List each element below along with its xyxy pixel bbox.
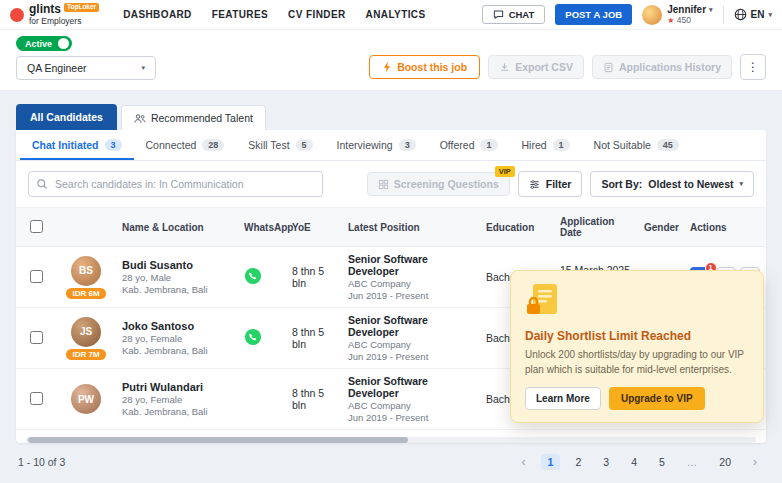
stage-tab-interviewing[interactable]: Interviewing3 bbox=[325, 130, 428, 160]
navbar-right: CHAT POST A JOB Jennifer ▾ ★ 450 bbox=[482, 4, 772, 25]
whatsapp-icon[interactable] bbox=[244, 267, 262, 285]
lightning-icon bbox=[382, 61, 392, 73]
latest-position-company: ABC Company bbox=[348, 278, 474, 289]
top-navbar: glints TopLoker for Employers DASHBOARD … bbox=[0, 0, 782, 30]
pagination-page-5[interactable]: 5 bbox=[652, 454, 672, 470]
user-points: 450 bbox=[677, 15, 691, 25]
job-more-actions-button[interactable]: ⋮ bbox=[740, 54, 766, 80]
popup-buttons: Learn More Upgrade to VIP bbox=[525, 387, 749, 410]
nav-analytics[interactable]: ANALYTICS bbox=[366, 9, 426, 20]
filter-button[interactable]: Filter bbox=[518, 171, 583, 197]
stage-tab-connected[interactable]: Connected28 bbox=[134, 130, 237, 160]
sort-dropdown[interactable]: Sort By: Oldest to Newest ▾ bbox=[590, 171, 754, 197]
chat-button-label: CHAT bbox=[509, 9, 535, 20]
stage-tab-hired[interactable]: Hired1 bbox=[510, 130, 582, 160]
brand-subtitle: for Employers bbox=[29, 16, 99, 26]
pagination-page-20[interactable]: 20 bbox=[712, 454, 738, 470]
row-checkbox[interactable] bbox=[30, 392, 43, 405]
chat-bubble-icon bbox=[493, 9, 504, 20]
latest-position-period: Jun 2019 - Present bbox=[348, 412, 474, 423]
export-csv-label: Export CSV bbox=[515, 61, 573, 73]
table-toolbar: Screening Questions VIP Filter Sort By: … bbox=[16, 161, 766, 207]
candidate-yoe: 8 thn 5 bln bbox=[286, 308, 342, 369]
export-csv-button: Export CSV bbox=[488, 55, 584, 79]
latest-position-company: ABC Company bbox=[348, 339, 474, 350]
popup-title: Daily Shortlist Limit Reached bbox=[525, 329, 749, 343]
header-application-date: Application Date bbox=[554, 208, 638, 247]
header-actions: Actions bbox=[684, 208, 766, 247]
header-whatsapp: WhatsApp bbox=[238, 208, 286, 247]
horizontal-scrollbar[interactable] bbox=[26, 437, 756, 443]
candidate-name: Putri Wulandari bbox=[122, 381, 232, 393]
nav-features[interactable]: FEATURES bbox=[212, 9, 268, 20]
chevron-down-icon: ▾ bbox=[709, 6, 713, 14]
stage-tab-not-suitable[interactable]: Not Suitable45 bbox=[582, 130, 691, 160]
pagination-page-3[interactable]: 3 bbox=[596, 454, 616, 470]
brand-badge: TopLoker bbox=[64, 3, 99, 12]
select-all-checkbox[interactable] bbox=[30, 220, 43, 233]
latest-position-title: Senior Software Developer bbox=[348, 375, 474, 399]
candidate-age-gender: 28 yo, Female bbox=[122, 394, 232, 405]
header-avatar bbox=[56, 208, 116, 247]
language-selector[interactable]: EN ▾ bbox=[734, 8, 772, 21]
user-menu[interactable]: Jennifer ▾ ★ 450 bbox=[642, 4, 712, 25]
page: glints TopLoker for Employers DASHBOARD … bbox=[0, 0, 782, 483]
toggle-knob-icon bbox=[58, 38, 69, 49]
candidate-age-gender: 28 yo, Female bbox=[122, 333, 232, 344]
post-a-job-button[interactable]: POST A JOB bbox=[555, 4, 632, 25]
header-education: Education bbox=[480, 208, 554, 247]
kebab-icon: ⋮ bbox=[747, 60, 759, 74]
stage-count-badge: 1 bbox=[480, 139, 497, 151]
candidate-yoe: 8 thn 5 bln bbox=[286, 369, 342, 430]
stage-count-badge: 28 bbox=[202, 139, 224, 151]
nav-dashboard[interactable]: DASHBOARD bbox=[123, 9, 192, 20]
candidate-location: Kab. Jembrana, Bali bbox=[122, 284, 232, 295]
export-icon bbox=[499, 62, 510, 73]
upgrade-to-vip-button[interactable]: Upgrade to VIP bbox=[609, 387, 705, 410]
pagination-page-2[interactable]: 2 bbox=[568, 454, 588, 470]
nav-cv-finder[interactable]: CV FINDER bbox=[288, 9, 346, 20]
pagination-next[interactable]: › bbox=[746, 453, 764, 471]
pagination-page-4[interactable]: 4 bbox=[624, 454, 644, 470]
user-avatar bbox=[642, 5, 662, 25]
stage-tab-chat-initiated[interactable]: Chat Initiated3 bbox=[20, 130, 134, 160]
pagination-page-1[interactable]: 1 bbox=[541, 454, 561, 470]
table-header-row: Name & Location WhatsApp YoE Latest Posi… bbox=[16, 208, 766, 247]
brand-name: glints bbox=[29, 3, 61, 15]
tab-recommended-talent[interactable]: Recommended Talent bbox=[121, 105, 266, 130]
candidate-age-gender: 28 yo, Male bbox=[122, 272, 232, 283]
stage-count-badge: 45 bbox=[657, 139, 679, 151]
stage-tab-skill-test[interactable]: Skill Test5 bbox=[236, 130, 324, 160]
brand-logo[interactable]: glints TopLoker for Employers bbox=[10, 3, 99, 26]
tab-recommended-talent-label: Recommended Talent bbox=[151, 112, 253, 124]
filter-label: Filter bbox=[546, 178, 572, 190]
locked-document-icon bbox=[525, 283, 561, 317]
glints-logo-icon bbox=[10, 8, 24, 22]
chat-button[interactable]: CHAT bbox=[482, 5, 546, 24]
search-icon bbox=[36, 178, 48, 190]
latest-position-title: Senior Software Developer bbox=[348, 314, 474, 338]
row-checkbox[interactable] bbox=[30, 270, 43, 283]
pager: ‹ 1 2 3 4 5 … 20 › bbox=[515, 453, 764, 471]
row-checkbox[interactable] bbox=[30, 331, 43, 344]
stage-count-badge: 3 bbox=[399, 139, 416, 151]
pagination-prev[interactable]: ‹ bbox=[515, 453, 533, 471]
header-name-location: Name & Location bbox=[116, 208, 238, 247]
learn-more-button[interactable]: Learn More bbox=[525, 387, 601, 410]
applications-history-label: Applications History bbox=[619, 61, 721, 73]
search-input[interactable] bbox=[28, 171, 323, 197]
boost-job-button[interactable]: Boost this job bbox=[369, 55, 480, 79]
job-select[interactable]: QA Engineer ▾ bbox=[16, 56, 156, 80]
tab-all-candidates[interactable]: All Candidates bbox=[16, 104, 117, 130]
scrollbar-thumb[interactable] bbox=[28, 437, 408, 443]
job-status-toggle[interactable]: Active bbox=[16, 36, 72, 51]
stage-tab-offered[interactable]: Offered1 bbox=[428, 130, 510, 160]
star-icon: ★ bbox=[667, 16, 674, 25]
user-name: Jennifer bbox=[667, 4, 706, 15]
pagination-row: 1 - 10 of 3 ‹ 1 2 3 4 5 … 20 › bbox=[18, 453, 764, 471]
grid-icon bbox=[378, 179, 389, 190]
header-yoe: YoE bbox=[286, 208, 342, 247]
whatsapp-icon[interactable] bbox=[244, 328, 262, 346]
globe-icon bbox=[734, 8, 747, 21]
stage-count-badge: 1 bbox=[553, 139, 570, 151]
